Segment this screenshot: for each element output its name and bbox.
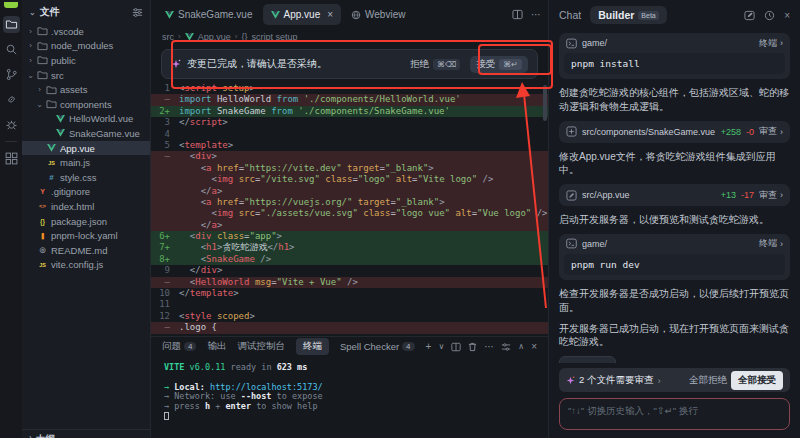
filter-icon[interactable] [132,7,143,18]
review-link[interactable]: 审查› [759,189,783,202]
code-diff-editor[interactable]: 1<script setup>–import HelloWorld from '… [151,83,548,336]
history-icon[interactable] [764,10,775,21]
tree-item-assets[interactable]: ›assets [22,82,150,97]
split-editor-icon[interactable] [512,9,523,20]
reject-all-button[interactable]: 全部拒绝 [689,374,727,387]
code-line[interactable]: – <HelloWorld msg="Vite + Vue" /> [151,277,548,288]
file-path: src/components/SnakeGame.vue [582,127,716,137]
panel-tab---[interactable]: 输出 [207,340,226,353]
terminal-output[interactable]: VITE v6.0.11 ready in 623 ms → Local: ht… [151,356,548,438]
more-actions-icon[interactable]: ⋯ [531,9,542,20]
code-line[interactable]: – <div> [151,151,548,162]
review-link[interactable]: 审查› [759,125,783,138]
terminal-link[interactable]: 终端› [759,37,783,50]
tree-item-HelloWorld.vue[interactable]: HelloWorld.vue [22,112,150,127]
panel-tab------[interactable]: 调试控制台 [237,340,285,353]
terminal-command-card[interactable]: game/终端›pnpm run dev [559,234,790,280]
code-line[interactable]: <img src="/vite.svg" class="logo" alt="V… [151,174,548,185]
code-line[interactable]: –import HelloWorld from './components/He… [151,94,548,105]
code-line[interactable]: <img src="./assets/vue.svg" class="logo … [151,208,548,219]
terminal-dropdown-icon[interactable]: ∨ [438,342,444,351]
code-line[interactable]: 10</template> [151,288,548,299]
explorer-icon[interactable] [3,16,20,33]
panel-tab---[interactable]: 问题4 [162,340,196,353]
accept-button[interactable]: 接受 ⌘↵ [470,56,528,73]
code-line[interactable]: </a> [151,186,548,197]
code-line[interactable]: 12<style scoped> [151,311,548,322]
code-line[interactable]: 2+import SnakeGame from './components/Sn… [151,106,548,117]
extensions-icon[interactable] [3,150,20,167]
tree-item-pnpm-lock.yaml[interactable]: ❚pnpm-lock.yaml [22,228,150,243]
code-line[interactable]: 9 </div> [151,265,548,276]
close-icon[interactable]: × [784,10,790,21]
terminal-text: → Network: use [164,391,241,401]
terminal-command-card[interactable]: game/终端›pnpm install [559,33,790,79]
source-control-icon[interactable] [3,66,20,83]
accept-all-button[interactable]: 全部接受 [731,371,783,390]
tree-item-src[interactable]: ⌄src [22,68,150,83]
references-icon[interactable] [3,91,20,108]
panel-tab-Spell-Checker[interactable]: Spell Checker4 [340,341,415,352]
split-panel-icon[interactable] [451,342,461,352]
tree-item-node_modules[interactable]: ›node_modules [22,39,150,54]
link-label: 审查 [759,189,777,202]
kill-terminal-icon[interactable] [468,342,477,352]
code-line[interactable]: 7+ <h1>贪吃蛇游戏</h1> [151,242,548,253]
reject-button[interactable]: 拒绝 ⌘⌫ [410,58,460,71]
code-line[interactable]: 3</script> [151,117,548,128]
tab-Webview[interactable]: Webview [343,4,413,25]
new-chat-icon[interactable] [744,10,755,21]
chat-input[interactable] [568,405,781,416]
file-path: src/App.vue [582,190,716,200]
code-line[interactable]: </a> [151,220,548,231]
preview-button[interactable]: 预览 [559,356,616,363]
code-line[interactable]: 11 [151,299,548,310]
new-terminal-icon[interactable]: + [426,341,432,352]
tree-item-style.css[interactable]: #style.css [22,170,150,185]
code-line[interactable]: 1<script setup> [151,83,548,94]
code-line[interactable]: 6+ <div class="app"> [151,231,548,242]
code-line[interactable]: –.logo { [151,322,548,333]
maximize-panel-icon[interactable]: ∧ [518,342,524,351]
file-change-card[interactable]: src/components/SnakeGame.vue+258-0审查› [559,121,790,143]
tree-item-components[interactable]: ⌄components [22,97,150,112]
chat-paragraph: 创建贪吃蛇游戏的核心组件，包括游戏区域、蛇的移动逻辑和食物生成逻辑。 [559,86,790,114]
tab-App-vue[interactable]: App.vue× [263,4,342,25]
tree-item-.gitignore[interactable]: Y.gitignore [22,185,150,200]
tree-item-package.json[interactable]: {}package.json [22,214,150,229]
terminal-link[interactable]: 终端› [759,237,783,250]
outline-section[interactable]: › 大纲 [22,429,150,438]
code-line[interactable]: 4 [151,129,548,140]
code-line[interactable]: 5<template> [151,140,548,151]
tree-item-label: .gitignore [51,186,90,197]
terminal-text: + [210,401,225,411]
more-actions-icon[interactable]: ⋯ [484,341,494,352]
breadcrumb[interactable]: src›App.vue›{}script setup [151,29,548,44]
tree-item-App.vue[interactable]: App.vue [22,141,150,156]
editor-scrollbar-thumb[interactable] [543,85,547,121]
panel-tab---[interactable]: 终端 [296,338,329,355]
code-line[interactable]: 8+ <SnakeGame /> [151,254,548,265]
tree-item-index.html[interactable]: <>index.html [22,199,150,214]
review-count-text[interactable]: 2 个文件需要审查 [579,374,653,387]
tab-builder[interactable]: Builder Beta [590,6,667,24]
debug-icon[interactable] [3,116,20,133]
tree-item-.vscode[interactable]: ›.vscode [22,24,150,39]
tree-item-vite.config.js[interactable]: JSvite.config.js [22,258,150,273]
search-icon[interactable] [3,41,20,58]
explorer-header[interactable]: ⌄ 文件 [22,0,150,24]
line-number: 6+ [151,231,179,242]
code-line[interactable]: <a href="https://vite.dev" target="_blan… [151,163,548,174]
file-change-card[interactable]: src/App.vue+13-17审查› [559,184,790,206]
panel-settings-icon[interactable] [501,342,511,352]
tab-SnakeGame-vue[interactable]: SnakeGame.vue [157,4,261,25]
tree-item-SnakeGame.vue[interactable]: SnakeGame.vue [22,126,150,141]
tree-item-main.js[interactable]: JSmain.js [22,155,150,170]
accept-shortcut: ⌘↵ [499,59,522,70]
tab-chat[interactable]: Chat [559,9,581,21]
close-panel-icon[interactable]: × [531,341,537,352]
close-tab-icon[interactable]: × [327,9,333,20]
tree-item-README.md[interactable]: ◎README.md [22,243,150,258]
tree-item-public[interactable]: ›public [22,53,150,68]
code-line[interactable]: <a href="https://vuejs.org/" target="_bl… [151,197,548,208]
